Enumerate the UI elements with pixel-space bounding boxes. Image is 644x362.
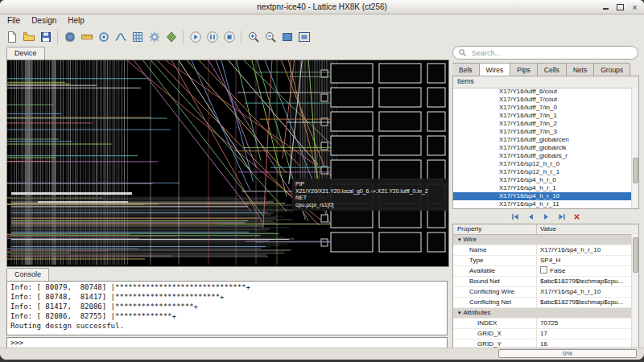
- wire-item[interactable]: X17/Y16/lutff_6/cout: [453, 88, 632, 96]
- pause-button[interactable]: [204, 29, 221, 46]
- panel-tabs: Bels Wires Pips Cells Nets Groups: [452, 63, 630, 76]
- wire-item[interactable]: X17/Y16/sp4_h_r_0: [453, 176, 632, 184]
- execute-python-button[interactable]: [163, 29, 180, 46]
- property-row[interactable]: GRID_X 17: [453, 329, 638, 339]
- search-icon: [458, 48, 467, 57]
- item-navigation: [452, 211, 639, 222]
- place-button[interactable]: [95, 29, 112, 46]
- property-column-header[interactable]: Property: [453, 224, 537, 234]
- property-row[interactable]: Type SP4_H: [453, 256, 638, 266]
- property-row[interactable]: Bound Net $abc$18279$techmap$cpu...: [453, 277, 638, 287]
- zoom-out-button[interactable]: [262, 29, 279, 46]
- zoom-in-button[interactable]: [245, 29, 262, 46]
- panel-tab[interactable]: Pips: [510, 63, 538, 76]
- panel-tab[interactable]: Bels: [452, 63, 480, 76]
- tab-device[interactable]: Device: [6, 47, 45, 60]
- window-controls: [601, 2, 640, 11]
- items-scrollbar-thumb[interactable]: [633, 158, 638, 183]
- console-line: Info: [ 80079, 80748] |*****************…: [10, 282, 444, 292]
- property-rows: Wire Name X17/Y16/sp4_h_r_10 Type SP4_H …: [453, 235, 638, 348]
- routing-canvas-icon: [7, 60, 447, 265]
- go-last-button[interactable]: [557, 212, 566, 221]
- route-button[interactable]: [112, 29, 129, 46]
- toolbar-separator: [57, 31, 58, 44]
- property-scrollbar-thumb[interactable]: [633, 237, 638, 273]
- zoom-outbound-button[interactable]: [295, 29, 312, 46]
- property-row[interactable]: Wire: [453, 235, 638, 245]
- wire-item[interactable]: X17/Y16/sp12_h_r_0: [453, 160, 632, 168]
- property-scrollbar[interactable]: [631, 234, 638, 348]
- menu-item[interactable]: Design: [26, 14, 62, 27]
- toolbar: [3, 27, 312, 47]
- device-viewport[interactable]: PIP X21/Y20/X21.Y20.local_g0_6.->.X21.Y2…: [6, 60, 449, 267]
- wire-item[interactable]: X17/Y16/lutff_7/in_3: [453, 128, 632, 136]
- menubar: File Design Help: [2, 14, 90, 27]
- wire-item[interactable]: X17/Y16/lutff_7/cout: [453, 96, 632, 104]
- tab-console[interactable]: Console: [6, 268, 49, 282]
- new-file-button[interactable]: [3, 29, 20, 46]
- search-box: [452, 46, 638, 60]
- search-input[interactable]: [470, 48, 633, 58]
- value-column-header[interactable]: Value: [537, 224, 638, 234]
- go-first-button[interactable]: [511, 212, 520, 221]
- main-window: nextpnr-ice40 - Lattice HX8K (ct256) Fil…: [0, 0, 644, 360]
- property-row[interactable]: Available False: [453, 266, 638, 277]
- items-header: Items: [453, 76, 638, 88]
- collapse-icon[interactable]: [458, 235, 461, 244]
- tooltip-net-header: NET: [295, 195, 449, 202]
- play-button[interactable]: [187, 29, 204, 46]
- console-output[interactable]: Info: [ 80079, 80748] |*****************…: [6, 281, 448, 335]
- console-line: Routing design successful.: [10, 321, 444, 331]
- property-table-header[interactable]: Property Value: [453, 224, 638, 235]
- property-panel: Property Value Wire Name X17/Y16/sp4_h_r…: [452, 224, 639, 348]
- titlebar: nextpnr-ice40 - Lattice HX8K (ct256): [0, 0, 644, 14]
- toolbar-separator: [183, 31, 184, 44]
- tooltip-net-name: cpu.pcpi_rs1[0]: [295, 202, 449, 209]
- pack-button[interactable]: [61, 29, 78, 46]
- property-row[interactable]: Name X17/Y16/sp4_h_r_10: [453, 245, 638, 256]
- wire-item[interactable]: X17/Y16/sp4_h_r_1: [453, 184, 632, 192]
- go-prev-button[interactable]: [526, 212, 535, 221]
- panel-tab[interactable]: Cells: [538, 63, 567, 76]
- property-row[interactable]: Attributes: [453, 308, 638, 319]
- property-row[interactable]: INDEX 70725: [453, 319, 638, 329]
- wire-item[interactable]: X17/Y16/lutff_7/in_1: [453, 112, 632, 120]
- go-next-button[interactable]: [542, 212, 551, 221]
- wire-item[interactable]: X17/Y16/sp12_h_r_1: [453, 168, 632, 176]
- property-row[interactable]: Conflicting Wire X17/Y16/sp4_h_r_10: [453, 287, 638, 298]
- wire-item[interactable]: X17/Y16/sp4_h_r_10: [453, 192, 632, 200]
- menu-item[interactable]: Help: [62, 14, 90, 27]
- console-line: Info: [ 81417, 82086] |*****************…: [10, 302, 444, 311]
- wire-item[interactable]: X17/Y16/lutff_global/clk: [453, 144, 632, 152]
- wire-item[interactable]: X17/Y16/lutff_7/in_0: [453, 104, 632, 112]
- assign-budget-button[interactable]: [78, 29, 95, 46]
- panel-tab[interactable]: Groups: [594, 63, 630, 76]
- checkbox-icon[interactable]: [540, 266, 547, 274]
- save-button[interactable]: [37, 29, 54, 46]
- progress-bar: 0%: [498, 349, 637, 358]
- items-scrollbar[interactable]: [631, 88, 638, 208]
- zoom-selection-button[interactable]: [279, 29, 295, 46]
- property-row[interactable]: Conflicting Net $abc$18279$techmap$cpu..…: [453, 298, 638, 308]
- wire-item[interactable]: X17/Y16/lutff_global/s_r: [453, 152, 632, 160]
- menu-item[interactable]: File: [2, 14, 26, 27]
- settings-button[interactable]: [146, 29, 163, 46]
- items-panel: Items X17/Y16/lutff_6/cout X17/Y16/lutff…: [452, 76, 639, 209]
- clear-selection-button[interactable]: [572, 212, 581, 221]
- panel-tab[interactable]: Wires: [480, 63, 511, 76]
- console-line: Info: [ 82086, 82755] |*************+: [10, 311, 444, 321]
- items-list: X17/Y16/lutff_6/cout X17/Y16/lutff_7/cou…: [453, 88, 632, 208]
- console-line: Info: [ 80748, 81417] |*****************…: [10, 292, 444, 302]
- minimize-button[interactable]: [601, 2, 611, 11]
- stop-button[interactable]: [221, 29, 237, 46]
- panel-tab[interactable]: Nets: [567, 63, 594, 76]
- console-prompt-input[interactable]: >>>: [6, 337, 448, 348]
- wire-item[interactable]: X17/Y16/lutff_global/cen: [453, 136, 632, 144]
- wire-item[interactable]: X17/Y16/lutff_7/in_2: [453, 120, 632, 128]
- open-button[interactable]: [20, 29, 37, 46]
- grid-button[interactable]: [129, 29, 146, 46]
- collapse-icon[interactable]: [458, 308, 461, 317]
- close-button[interactable]: [630, 2, 640, 11]
- maximize-button[interactable]: [615, 2, 625, 11]
- wire-item[interactable]: X17/Y16/sp4_h_r_11: [453, 200, 632, 208]
